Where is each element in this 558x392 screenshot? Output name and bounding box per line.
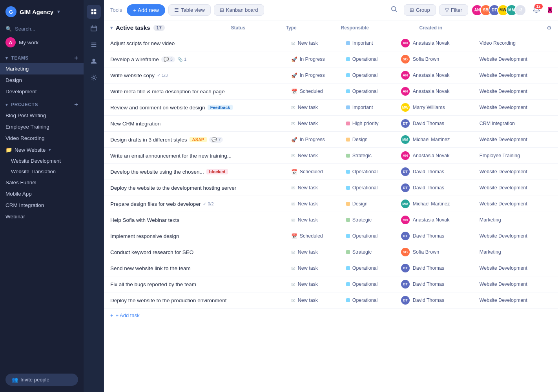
table-view-button[interactable]: ☰ Table view <box>168 4 211 16</box>
type-dot <box>346 218 350 222</box>
type-cell: Design <box>346 137 401 142</box>
status-text: New task <box>298 217 318 223</box>
chevron-down-icon[interactable]: ▾ <box>5 56 8 60</box>
add-new-button[interactable]: + Add new <box>127 4 165 16</box>
table-row[interactable]: Adjust scripts for new video ✉ New task … <box>104 35 558 51</box>
task-badge: blocked <box>206 169 228 174</box>
crm-integration-label: CRM Integration <box>5 202 44 208</box>
sidebar-item-webinar[interactable]: Webinar <box>0 211 84 222</box>
avatar-more[interactable]: +3 <box>514 4 526 16</box>
responsible-cell: SB Sofia Brown <box>401 55 480 64</box>
table-row[interactable]: Conduct keyword research for SEO ✉ New t… <box>104 244 558 260</box>
type-cell: Operational <box>346 73 401 78</box>
sidebar-item-crm-integration[interactable]: CRM Integration <box>0 200 84 211</box>
group-button[interactable]: ⊞ Group <box>404 4 436 16</box>
section-title-text: Active tasks <box>116 24 150 31</box>
sidebar-item-sales-funnel[interactable]: Sales Funnel <box>0 177 84 188</box>
table-row[interactable]: Deploy the website to the development ho… <box>104 180 558 196</box>
section-chevron-icon[interactable]: ▾ <box>110 25 113 31</box>
table-row[interactable]: Deploy the website to the production env… <box>104 292 558 309</box>
table-row[interactable]: Write an email announcement for the new … <box>104 148 558 164</box>
search-button[interactable] <box>387 4 401 16</box>
status-text: In Progress <box>300 73 325 78</box>
type-text: Operational <box>352 265 378 271</box>
resp-name: David Thomas <box>413 233 444 239</box>
table-row[interactable]: Prepare design files for web developer ✓… <box>104 196 558 212</box>
resp-avatar: SB <box>401 248 410 256</box>
chevron-down-website-icon[interactable]: ▾ <box>49 147 51 152</box>
search-bar[interactable]: 🔍 Search... <box>0 24 84 34</box>
my-work-item[interactable]: A My work <box>0 34 84 51</box>
type-text: Important <box>352 105 373 110</box>
table-row[interactable]: New CRM integration ✉ New task High prio… <box>104 116 558 132</box>
table-row[interactable]: Write meta title & meta description for … <box>104 83 558 100</box>
resp-avatar: DT <box>401 183 410 192</box>
status-cell: ✉ New task <box>291 217 346 223</box>
nav-settings-button[interactable] <box>87 71 101 85</box>
sidebar-item-design[interactable]: Design <box>0 74 84 86</box>
add-task-button[interactable]: + + Add task <box>104 309 558 322</box>
kanban-board-button[interactable]: ⊞ Kanban board <box>214 4 264 16</box>
table-row[interactable]: Implement responsive design 📅 Scheduled … <box>104 228 558 244</box>
filter-button[interactable]: ▽ Filter <box>439 4 468 16</box>
responsible-cell: AN Anastasia Novak <box>401 71 480 80</box>
type-dot <box>346 122 350 125</box>
sidebar-item-new-website[interactable]: 📁 New Website ▾ <box>0 144 84 156</box>
status-cell: 📅 Scheduled <box>291 89 346 94</box>
responsible-cell: DT David Thomas <box>401 183 480 192</box>
task-badge: Feedback <box>208 105 233 110</box>
icon-nav <box>84 0 104 392</box>
sidebar-item-marketing[interactable]: Marketing <box>0 63 84 74</box>
kanban-board-label: Kanban board <box>226 7 258 13</box>
table-row[interactable]: Design drafts in 3 different styles ASAP… <box>104 132 558 148</box>
resp-name: Anastasia Novak <box>413 217 450 223</box>
table-row[interactable]: Send new website link to the team ✉ New … <box>104 260 558 276</box>
resp-name: David Thomas <box>413 185 444 191</box>
add-new-label: + Add new <box>133 7 159 13</box>
mobile-app-label: Mobile App <box>5 191 32 197</box>
task-badge: ASAP <box>190 137 207 142</box>
nav-calendar-button[interactable] <box>87 21 101 35</box>
task-name-text: Fix all the bugs reported by the team <box>110 281 196 287</box>
status-cell: 🚀 In Progress <box>291 73 346 78</box>
table-row[interactable]: Write website copy ✓ 1/3 🚀 In Progress O… <box>104 67 558 83</box>
status-icon: ✉ <box>291 40 295 46</box>
type-dot <box>346 298 350 302</box>
user-profile-avatar[interactable]: A <box>548 7 552 13</box>
invite-people-button[interactable]: 👥 Invite people <box>5 374 78 386</box>
task-name-cell: Conduct keyword research for SEO <box>110 249 291 255</box>
add-project-button[interactable]: + <box>74 101 78 108</box>
resp-name: David Thomas <box>413 298 444 303</box>
sidebar-item-blog-post-writing[interactable]: Blog Post Writing <box>0 110 84 121</box>
col-settings-icon[interactable]: ⚙ <box>540 25 552 31</box>
dropdown-icon[interactable]: ▾ <box>57 9 60 15</box>
type-text: Strategic <box>352 217 372 223</box>
chevron-down-projects-icon[interactable]: ▾ <box>5 102 8 107</box>
status-text: New task <box>298 201 318 207</box>
table-row[interactable]: Develop a wireframe 💬 3📎 1 🚀 In Progress… <box>104 51 558 67</box>
sidebar-item-video-recording[interactable]: Video Recording <box>0 132 84 144</box>
task-name-text: New CRM integration <box>110 121 160 127</box>
sidebar-item-employee-training[interactable]: Employee Training <box>0 121 84 132</box>
responsible-cell: AN Anastasia Novak <box>401 216 480 224</box>
sales-funnel-label: Sales Funnel <box>5 180 36 185</box>
add-team-button[interactable]: + <box>74 54 78 62</box>
sidebar-item-website-translation[interactable]: Website Translation <box>0 166 84 177</box>
app-logo[interactable]: G GIM Agency ▾ <box>0 0 84 24</box>
table-row[interactable]: Develop the website using the chosen... … <box>104 164 558 180</box>
task-name-text: Conduct keyword research for SEO <box>110 249 193 255</box>
nav-list-button[interactable] <box>87 38 101 52</box>
task-name-cell: Develop a wireframe 💬 3📎 1 <box>110 56 291 62</box>
sidebar-item-development[interactable]: Development <box>0 86 84 97</box>
sidebar-item-mobile-app[interactable]: Mobile App <box>0 188 84 200</box>
notification-button[interactable]: 12 <box>529 4 543 16</box>
sidebar-item-website-development[interactable]: Website Development <box>0 156 84 166</box>
my-work-label: My work <box>19 40 38 45</box>
table-row[interactable]: Review and comment on website design Fee… <box>104 100 558 116</box>
nav-user-button[interactable] <box>87 54 101 68</box>
status-cell: ✉ New task <box>291 40 346 46</box>
table-row[interactable]: Fix all the bugs reported by the team ✉ … <box>104 276 558 292</box>
nav-tasks-button[interactable] <box>87 5 101 19</box>
type-dot <box>346 266 350 270</box>
table-row[interactable]: Help Sofia with Webinar texts ✉ New task… <box>104 212 558 228</box>
